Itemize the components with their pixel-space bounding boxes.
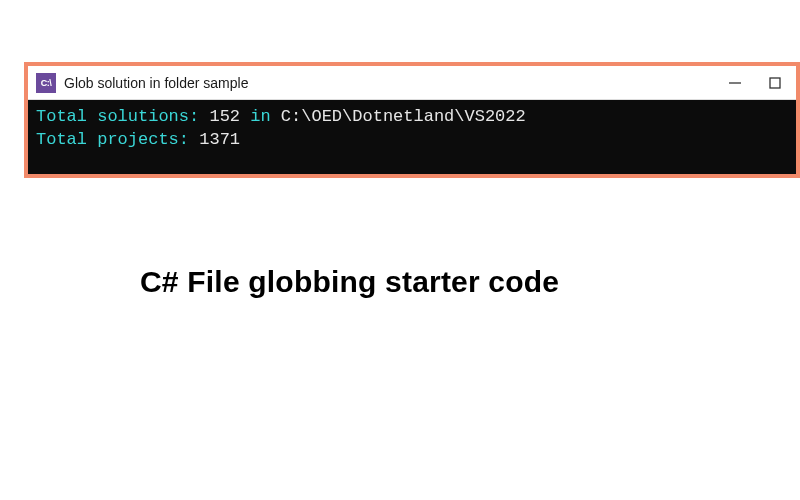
app-icon: C:\ xyxy=(36,73,56,93)
console-output: Total solutions: 152 in C:\OED\Dotnetlan… xyxy=(28,100,796,174)
window-titlebar[interactable]: C:\ Glob solution in folder sample xyxy=(28,66,796,100)
projects-count: 1371 xyxy=(199,130,240,149)
solutions-label: Total solutions: xyxy=(36,107,209,126)
solutions-count: 152 xyxy=(209,107,240,126)
maximize-button[interactable] xyxy=(766,74,784,92)
solutions-path: C:\OED\Dotnetland\VS2022 xyxy=(281,107,526,126)
svg-rect-1 xyxy=(770,78,780,88)
output-line-projects: Total projects: 1371 xyxy=(36,129,788,152)
window-controls xyxy=(726,74,788,92)
minimize-button[interactable] xyxy=(726,74,744,92)
output-line-solutions: Total solutions: 152 in C:\OED\Dotnetlan… xyxy=(36,106,788,129)
projects-label: Total projects: xyxy=(36,130,199,149)
console-window: C:\ Glob solution in folder sample Total… xyxy=(24,62,800,178)
caption-heading: C# File globbing starter code xyxy=(140,265,559,299)
window-title: Glob solution in folder sample xyxy=(64,75,726,91)
in-word: in xyxy=(240,107,281,126)
